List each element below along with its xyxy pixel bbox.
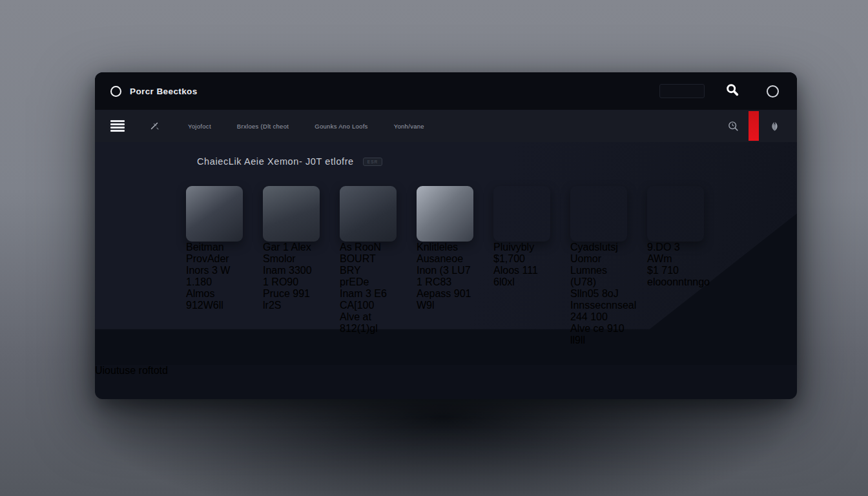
product-subtext: Alve at 812(1)gl — [340, 311, 397, 335]
product-card[interactable]: Pluivybly $1,700 Aloos 111 6l0xl — [493, 186, 550, 346]
top-bar: Porcr Beectkos — [95, 72, 797, 110]
product-price: $1 710 — [647, 265, 704, 276]
product-name: As RooN — [340, 242, 397, 253]
product-card[interactable]: Cyadslutsj Uomor Lumnes (U78) Slln05 8oJ… — [570, 186, 627, 346]
nav-item-1[interactable]: Yojofoct — [188, 123, 211, 130]
product-name-2: Uomor Lumnes — [570, 253, 627, 276]
brand-logo-icon — [110, 86, 121, 97]
nav-links: Yojofoct Brxloes (Dlt cheot Gounks Ano L… — [188, 123, 424, 130]
nav-item-2[interactable]: Brxloes (Dlt cheot — [237, 123, 289, 130]
user-avatar[interactable] — [767, 85, 779, 98]
nav-item-4[interactable]: Yonh/vane — [394, 123, 424, 130]
product-name: Knlitleles — [417, 242, 473, 253]
product-image — [417, 186, 473, 242]
product-image — [647, 186, 704, 242]
product-meta-1: Ausaneoe — [417, 253, 473, 265]
footer-bar: Uioutuse roftotd — [95, 365, 797, 377]
product-subtext: Aloos 111 6l0xl — [493, 265, 550, 288]
search-button[interactable] — [724, 83, 741, 99]
product-card[interactable]: 9.DO 3 AWm $1 710 elooonntnngo — [647, 186, 704, 346]
product-card[interactable]: Gar 1 Alex Smolor Inam 3300 1 RO90 Pruce… — [263, 186, 320, 346]
product-subtext: elooonntnngo — [647, 276, 704, 288]
product-price: 1 RC83 — [417, 276, 473, 288]
title-badge: ESR — [363, 158, 382, 166]
product-meta-2: Inam 3300 — [263, 265, 320, 276]
product-image — [263, 186, 320, 242]
product-price: CA[100 — [340, 300, 397, 311]
product-subtext: Aepass 901 W9l — [417, 288, 473, 311]
product-image — [570, 186, 627, 242]
search-input-hint — [664, 89, 666, 94]
product-card[interactable]: As RooN BOURT BRY prEDe Inam 3 E6 CA[100… — [340, 186, 397, 346]
accent-red-bar[interactable] — [749, 111, 759, 141]
history-search-icon[interactable] — [727, 119, 739, 132]
product-card[interactable]: Knlitleles Ausaneoe Inon (3 LU7 1 RC83 A… — [417, 186, 473, 346]
product-price: 1.180 — [186, 276, 243, 288]
search-icon — [725, 83, 739, 99]
product-meta-2: 9.DO 3 AWm — [647, 242, 704, 265]
product-subtext: Pruce 991 lr2S — [263, 288, 320, 311]
leaf-icon[interactable] — [769, 120, 780, 132]
product-meta-2: Pluivybly — [493, 242, 550, 253]
product-meta-2: Innssecnnseal — [570, 300, 627, 311]
nav-right-cluster — [727, 111, 780, 141]
menu-icon[interactable] — [110, 120, 125, 131]
nav-item-3[interactable]: Gounks Ano Loofs — [315, 123, 367, 130]
page-title-row: ChaiecLik Aeie Xemon- J0T etlofre ESR — [197, 156, 382, 167]
product-meta-1: (U78) Slln05 8oJ — [570, 276, 627, 300]
nav-bar: Yojofoct Brxloes (Dlt cheot Gounks Ano L… — [95, 110, 797, 142]
product-card-row: Beitman ProvAder Inors 3 W 1.180 Almos 9… — [186, 186, 704, 346]
product-meta-2: Inors 3 W — [186, 265, 243, 276]
product-meta-1: Smolor — [263, 253, 320, 265]
main-content: ChaiecLik Aeie Xemon- J0T etlofre ESR Be… — [95, 142, 797, 365]
product-image — [186, 186, 243, 242]
brand-title: Porcr Beectkos — [130, 87, 198, 96]
app-window: Porcr Beectkos Yojofoct Brxloes (Dlt — [95, 72, 797, 399]
product-subtext: Alve ce 910 ll9ll — [570, 323, 627, 346]
product-card[interactable]: Beitman ProvAder Inors 3 W 1.180 Almos 9… — [186, 186, 243, 346]
product-image — [493, 186, 550, 242]
product-name: Gar 1 Alex — [263, 242, 320, 253]
product-meta-2: Inam 3 E6 — [340, 288, 397, 300]
pen-icon[interactable] — [148, 119, 161, 132]
product-meta-1: prEDe — [340, 276, 397, 288]
product-price: 1 RO90 — [263, 276, 320, 288]
product-name: Beitman — [186, 242, 243, 253]
footer-text[interactable]: Uioutuse roftotd — [95, 365, 797, 377]
product-price: 244 100 — [570, 311, 627, 323]
product-name: Cyadslutsj — [570, 242, 627, 253]
search-input[interactable] — [659, 84, 705, 98]
page-title: ChaiecLik Aeie Xemon- J0T etlofre — [197, 156, 354, 167]
product-meta-1: ProvAder — [186, 253, 243, 265]
product-price: $1,700 — [493, 253, 550, 265]
product-subtext: Almos 912W6ll — [186, 288, 243, 311]
product-meta-2: Inon (3 LU7 — [417, 265, 473, 276]
product-image — [340, 186, 397, 242]
product-name-2: BOURT BRY — [340, 253, 397, 276]
